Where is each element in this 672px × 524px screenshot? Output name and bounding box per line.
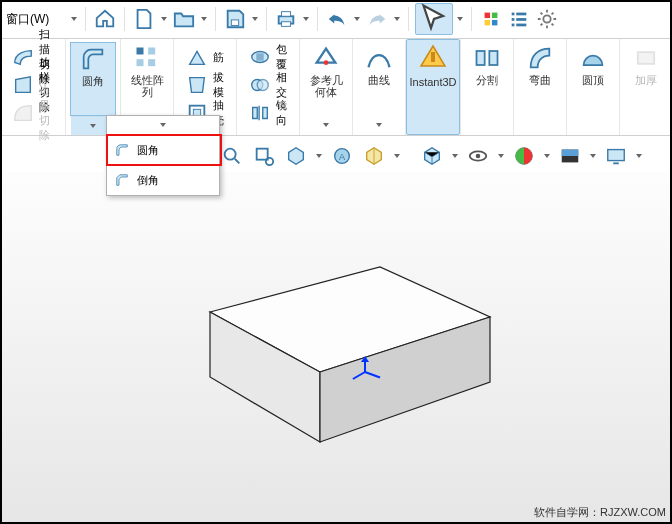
dropdown-grip[interactable] [107,116,219,135]
curves-button[interactable]: 曲线 [357,42,401,118]
3d-viewport[interactable] [0,172,672,524]
scene-button[interactable] [556,142,584,170]
intersect-icon [249,74,271,96]
fillet-button[interactable]: 圆角 [70,42,116,116]
separator [317,7,318,31]
svg-rect-9 [517,13,527,16]
wrap-icon [249,46,271,68]
settings-button[interactable] [534,6,560,32]
print-drop[interactable] [301,17,311,21]
svg-text:A: A [339,152,346,162]
fillet-menu-item[interactable]: 圆角 [107,135,219,165]
svg-rect-15 [137,48,144,55]
dome-group: 圆顶 [567,39,620,135]
hide-show-button[interactable] [464,142,492,170]
appearance-drop[interactable] [542,154,552,158]
linear-pattern-button[interactable]: 线性阵 列 [125,42,169,118]
linear-pattern-icon [133,44,161,72]
zoom-area-button[interactable] [250,142,278,170]
display-style-button[interactable]: A [328,142,356,170]
home-button[interactable] [92,6,118,32]
rib-button[interactable]: 筋 [182,44,228,70]
fillet-dropdown: 圆角 倒角 [106,115,220,196]
svg-rect-10 [512,18,515,21]
view-orient-drop[interactable] [314,154,324,158]
save-button[interactable] [222,6,248,32]
select-button[interactable] [415,3,453,35]
view-orient-button[interactable] [282,142,310,170]
viewport-drop[interactable] [634,154,644,158]
appearance-button[interactable] [510,142,538,170]
draft-icon [186,74,208,96]
save-drop[interactable] [250,17,260,21]
svg-rect-18 [148,59,155,66]
svg-rect-12 [512,24,515,27]
mirror-icon [249,102,271,124]
viewport-button[interactable] [602,142,630,170]
svg-point-30 [225,149,236,160]
section-drop[interactable] [392,154,402,158]
window-menu[interactable]: 窗口(W) [6,11,49,28]
new-doc-icon [133,8,155,30]
refgeom-drop[interactable] [304,118,348,132]
wrap-button[interactable]: 包覆 [245,44,291,70]
separator [124,7,125,31]
instant3d-icon [417,42,449,74]
open-drop[interactable] [199,17,209,21]
open-button[interactable] [171,6,197,32]
undo-drop[interactable] [352,17,362,21]
window-menu-drop[interactable] [69,17,79,21]
chamfer-icon [113,171,131,189]
print-button[interactable] [273,6,299,32]
section-icon [363,145,385,167]
svg-point-14 [544,15,551,22]
svg-rect-2 [282,12,291,17]
cube-icon [421,145,443,167]
zoom-fit-button[interactable] [218,142,246,170]
gear-icon [536,8,558,30]
scene-drop[interactable] [588,154,598,158]
dome-icon [579,44,607,72]
zoom-area-icon [253,145,275,167]
scene-icon [559,145,581,167]
ref-geom-button[interactable]: 参考几 何体 [304,42,348,118]
redo-button[interactable] [364,6,390,32]
mirror-button[interactable]: 镜向 [245,100,291,126]
watermark-text: 软件自学网：RJZXW.COM [534,505,666,520]
chamfer-menu-item[interactable]: 倒角 [107,165,219,195]
svg-rect-31 [257,149,268,160]
shaded-drop[interactable] [450,154,460,158]
draft-button[interactable]: 拔模 [182,72,228,98]
dome-button[interactable]: 圆顶 [571,42,615,118]
intersect-button[interactable]: 相交 [245,72,291,98]
new-drop[interactable] [159,17,169,21]
instant3d-button[interactable]: Instant3D [406,39,460,135]
section-button[interactable] [360,142,388,170]
redo-drop[interactable] [392,17,402,21]
select-drop[interactable] [455,17,465,21]
appearance-icon [513,145,535,167]
svg-point-24 [257,80,268,91]
bend-button[interactable]: 弯曲 [518,42,562,118]
curves-group: 曲线 [353,39,406,135]
save-icon [224,8,246,30]
svg-rect-0 [232,20,239,25]
model-view [0,172,672,524]
ribbon: 扫描切除 放样切除 边界切除 圆角 线性阵 列 筋 拔模 抽壳 包覆 相交 镜向 [0,39,672,136]
split-button[interactable]: 分割 [465,42,509,118]
origin-triad [352,357,380,385]
svg-rect-26 [431,52,435,62]
boundary-cut-button[interactable]: 边界切除 [8,100,57,126]
rebuild-button[interactable] [478,6,504,32]
shaded-button[interactable] [418,142,446,170]
thicken-group: 加厚 [620,39,672,135]
view-orient-icon [285,145,307,167]
new-button[interactable] [131,6,157,32]
undo-button[interactable] [324,6,350,32]
curves-drop[interactable] [357,118,401,132]
boundary-cut-icon [12,102,34,124]
options-button[interactable] [506,6,532,32]
cut-ops-group: 扫描切除 放样切除 边界切除 [0,39,66,135]
hide-show-drop[interactable] [496,154,506,158]
view-toolbar: A [218,140,644,172]
